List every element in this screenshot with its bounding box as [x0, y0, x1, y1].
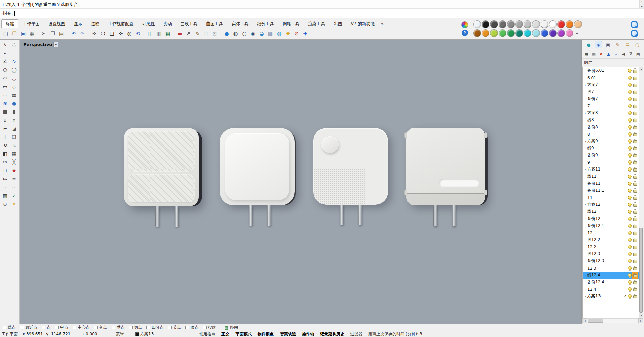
save-icon[interactable]: ▣ — [19, 29, 28, 38]
layer-visibility-bulb-icon[interactable] — [627, 202, 632, 207]
layer-lock-cell[interactable] — [632, 81, 638, 88]
layer-name[interactable]: 线12 — [587, 209, 622, 214]
layer-visibility-bulb-icon[interactable] — [627, 125, 632, 130]
layer-lock-cell[interactable] — [632, 201, 638, 208]
layer-name[interactable]: 方案12 — [587, 202, 622, 207]
perspective-viewport[interactable]: Perspective — [20, 40, 581, 324]
magnet-icon[interactable]: ⊙ — [1, 200, 9, 208]
rectangle-icon[interactable]: ▭ — [1, 83, 9, 91]
layers-panel-tab[interactable]: ◈ — [595, 41, 602, 48]
loft-icon[interactable]: ≋ — [1, 99, 9, 107]
menu-tab[interactable]: 可见性 — [138, 19, 159, 28]
move-layer-down-icon[interactable]: ▽ — [613, 51, 619, 57]
layer-name[interactable]: 7 — [587, 104, 622, 108]
layer-name[interactable]: 线11 — [587, 174, 622, 179]
color-swatch[interactable] — [524, 29, 531, 37]
layer-name[interactable]: 备份6.01 — [587, 68, 622, 74]
layer-row[interactable]: 备份9 — [583, 152, 639, 159]
surface-icon[interactable]: ▱ — [1, 91, 9, 99]
layer-lock-cell[interactable] — [632, 250, 638, 257]
layer-name[interactable]: 12.2 — [587, 245, 622, 249]
layer-expand-arrow-icon[interactable] — [583, 111, 587, 115]
status-toggle[interactable]: 过滤器 — [347, 331, 366, 337]
boolean-intersection-icon[interactable]: ∩ — [10, 116, 18, 124]
layer-row[interactable]: 12.2 — [583, 243, 639, 250]
layer-visibility-bulb-icon[interactable] — [627, 294, 632, 299]
scale-icon[interactable]: ↘ — [10, 141, 18, 149]
layer-row[interactable]: 备份12 — [583, 215, 639, 222]
color-swatch[interactable] — [549, 29, 557, 37]
layer-lock-cell[interactable] — [632, 180, 638, 187]
new-file-icon[interactable]: ▢ — [1, 29, 10, 38]
layer-name[interactable]: 备份7 — [587, 96, 622, 102]
environment-icon[interactable]: ◍ — [275, 29, 284, 38]
layer-visibility-bulb-icon[interactable] — [627, 252, 632, 256]
layer-name[interactable]: 线9 — [587, 145, 622, 151]
layer-lock-cell[interactable] — [632, 67, 638, 74]
layer-visibility-bulb-icon[interactable] — [627, 160, 632, 165]
polygon-icon[interactable]: ◇ — [10, 83, 18, 91]
help-panel-tab[interactable]: ✎ — [614, 41, 621, 48]
layer-visibility-bulb-icon[interactable] — [627, 245, 632, 249]
layer-visibility-bulb-icon[interactable] — [627, 146, 632, 151]
layer-back-icon[interactable]: ◀ — [620, 51, 627, 57]
layer-row[interactable]: 7 — [583, 102, 639, 109]
layer-expand-arrow-icon[interactable] — [583, 294, 587, 299]
menu-tab[interactable]: 变动 — [159, 19, 176, 28]
paste-icon[interactable]: ▤ — [57, 29, 66, 38]
layer-name[interactable]: 线8 — [587, 117, 622, 123]
polyline-icon[interactable]: ∠ — [1, 57, 9, 65]
layer-row[interactable]: 9 — [583, 159, 639, 166]
chamfer-icon[interactable]: ◢ — [10, 125, 18, 133]
layer-expand-arrow-icon[interactable] — [583, 83, 587, 87]
layer-lock-cell[interactable] — [632, 116, 638, 124]
match-icon[interactable]: ≃ — [10, 183, 18, 191]
layer-visibility-bulb-icon[interactable] — [627, 174, 632, 179]
layer-name[interactable]: 备份9 — [587, 152, 622, 158]
checkbox[interactable] — [146, 326, 150, 329]
arc-icon[interactable]: ◠ — [1, 74, 9, 82]
status-toggle[interactable]: 正交 — [218, 331, 232, 337]
checkbox[interactable] — [73, 326, 76, 329]
layer-visibility-bulb-icon[interactable] — [627, 259, 632, 263]
color-swatch[interactable] — [507, 20, 515, 28]
layer-visibility-bulb-icon[interactable] — [627, 68, 632, 73]
scroll-right-arrow[interactable] — [638, 318, 643, 323]
layer-lock-cell[interactable] — [632, 272, 638, 279]
osnap-toggle[interactable]: 切点 — [129, 325, 142, 330]
texture-icon[interactable]: ▨ — [266, 29, 275, 38]
new-layer-icon[interactable]: ▦ — [583, 51, 590, 57]
color-swatch[interactable] — [515, 29, 523, 37]
layer-lock-cell[interactable] — [632, 74, 638, 81]
layer-row[interactable]: 备份11.1 — [583, 187, 639, 194]
notes-panel-tab[interactable]: ▢ — [634, 41, 641, 48]
color-swatch[interactable] — [532, 20, 540, 28]
zoom-dynamic-icon[interactable]: ❍ — [99, 29, 108, 38]
charger-model-2[interactable] — [220, 128, 296, 227]
layer-lock-cell[interactable] — [632, 236, 638, 243]
layer-row[interactable]: 线12.3 — [583, 250, 639, 257]
layer-row[interactable]: 方案7 — [583, 81, 639, 88]
status-toggle[interactable]: 物件锁点 — [255, 331, 277, 337]
layer-name[interactable]: 12.4 — [587, 287, 622, 292]
zoom-extents-icon[interactable]: ✜ — [116, 29, 125, 38]
menu-tab[interactable]: V7 的新功能 — [347, 19, 379, 28]
layer-expand-arrow-icon[interactable] — [583, 139, 587, 144]
layer-visibility-bulb-icon[interactable] — [627, 153, 632, 158]
checkbox[interactable] — [55, 326, 59, 329]
checkbox[interactable] — [3, 326, 6, 329]
layer-row[interactable]: 11 — [583, 194, 639, 201]
layer-name[interactable]: 方案9 — [587, 138, 622, 144]
color-swatch[interactable] — [490, 20, 498, 28]
layer-name[interactable]: 备份12.3 — [587, 258, 622, 264]
command-input-line[interactable]: 指令: — [0, 9, 644, 18]
rotate-view-icon[interactable]: ⟲ — [134, 29, 142, 38]
color-swatch[interactable] — [541, 29, 548, 37]
layer-lock-cell[interactable] — [632, 159, 638, 166]
layer-name[interactable]: 备份12.1 — [587, 223, 622, 229]
menu-tab[interactable]: 网格工具 — [278, 19, 304, 28]
color-swatch[interactable] — [557, 20, 565, 28]
viewport-title[interactable]: Perspective — [23, 42, 58, 47]
color-swatch[interactable] — [490, 29, 498, 37]
named-views-icon[interactable]: ▥ — [155, 29, 163, 38]
